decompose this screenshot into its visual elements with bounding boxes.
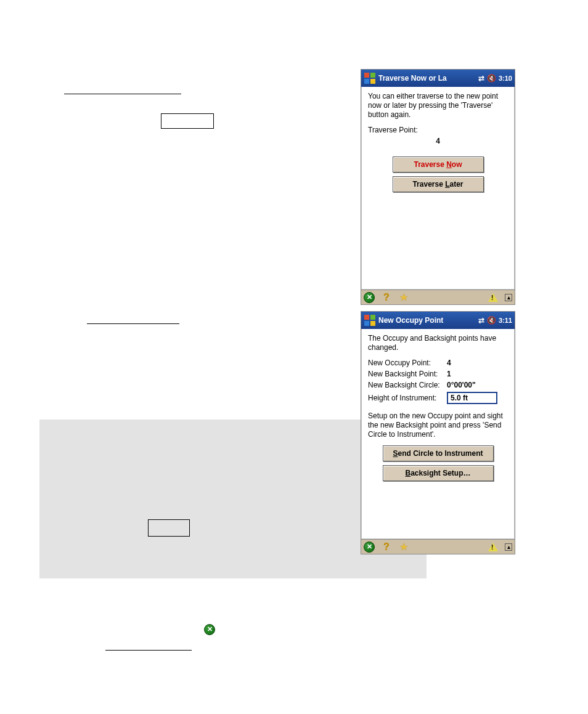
- window-title: Traverse Now or La: [378, 74, 478, 83]
- svg-rect-6: [364, 321, 369, 326]
- speaker-icon[interactable]: 🔇: [487, 74, 496, 83]
- close-button[interactable]: ✕: [364, 542, 375, 553]
- svg-rect-4: [364, 315, 369, 320]
- height-instrument-label: Height of Instrument:: [368, 394, 447, 402]
- svg-rect-1: [370, 73, 375, 78]
- clock-time[interactable]: 3:11: [499, 317, 512, 324]
- traverse-dialog: Traverse Now or La ⇄ 🔇 3:10 You can eith…: [361, 69, 515, 305]
- sip-toggle[interactable]: ▴: [505, 543, 512, 551]
- page-box-2: [148, 519, 190, 537]
- footer-bar: ✕ ? ★ ▴: [361, 290, 515, 304]
- backsight-point-value: 1: [447, 370, 451, 378]
- dialog-content: The Occupy and Backsight points have cha…: [361, 329, 515, 539]
- connectivity-icon[interactable]: ⇄: [478, 316, 484, 325]
- intro-text: The Occupy and Backsight points have cha…: [368, 334, 508, 352]
- favorites-button[interactable]: ★: [398, 542, 409, 553]
- intro-text: You can either traverse to the new point…: [368, 92, 508, 120]
- traverse-point-label: Traverse Point:: [368, 126, 508, 134]
- favorites-button[interactable]: ★: [398, 292, 409, 303]
- svg-rect-5: [370, 315, 375, 320]
- warning-icon[interactable]: [488, 542, 499, 553]
- occupy-point-value: 4: [447, 359, 451, 367]
- svg-rect-2: [364, 79, 369, 84]
- window-title: New Occupy Point: [378, 316, 478, 325]
- sip-toggle[interactable]: ▴: [505, 294, 512, 301]
- backsight-point-label: New Backsight Point:: [368, 370, 447, 378]
- help-button[interactable]: ?: [381, 292, 392, 303]
- help-button[interactable]: ?: [381, 542, 392, 553]
- backsight-circle-label: New Backsight Circle:: [368, 381, 447, 389]
- backsight-circle-value: 0°00'00": [447, 381, 476, 389]
- section-underline-2: [87, 323, 179, 324]
- new-occupy-dialog: New Occupy Point ⇄ 🔇 3:11 The Occupy and…: [361, 311, 515, 554]
- start-icon[interactable]: [364, 314, 376, 327]
- svg-rect-0: [364, 73, 369, 78]
- svg-rect-3: [370, 79, 375, 84]
- occupy-point-label: New Occupy Point:: [368, 359, 447, 367]
- footer-bar: ✕ ? ★ ▴: [361, 539, 515, 554]
- traverse-now-button[interactable]: Traverse Now: [393, 156, 484, 172]
- backsight-setup-button[interactable]: Backsight Setup…: [383, 465, 494, 481]
- clock-time[interactable]: 3:10: [499, 75, 512, 82]
- traverse-point-value: 4: [368, 137, 508, 145]
- dialog-content: You can either traverse to the new point…: [361, 87, 515, 290]
- start-icon[interactable]: [364, 72, 376, 84]
- close-button[interactable]: ✕: [364, 292, 375, 303]
- traverse-later-button[interactable]: Traverse Later: [393, 176, 484, 192]
- connectivity-icon[interactable]: ⇄: [478, 74, 484, 83]
- section-underline-1: [64, 94, 181, 94]
- warning-icon[interactable]: [488, 292, 499, 303]
- svg-rect-7: [370, 321, 375, 326]
- instruction-text: Setup on the new Occupy point and sight …: [368, 412, 508, 439]
- inline-close-icon: ✕: [204, 623, 215, 635]
- send-circle-button[interactable]: Send Circle to Instrument: [383, 445, 494, 461]
- title-bar: New Occupy Point ⇄ 🔇 3:11: [361, 312, 515, 329]
- speaker-icon[interactable]: 🔇: [487, 316, 496, 325]
- height-instrument-input[interactable]: [447, 392, 497, 404]
- title-bar: Traverse Now or La ⇄ 🔇 3:10: [361, 70, 515, 87]
- section-underline-3: [105, 650, 192, 651]
- page-box-1: [161, 113, 214, 129]
